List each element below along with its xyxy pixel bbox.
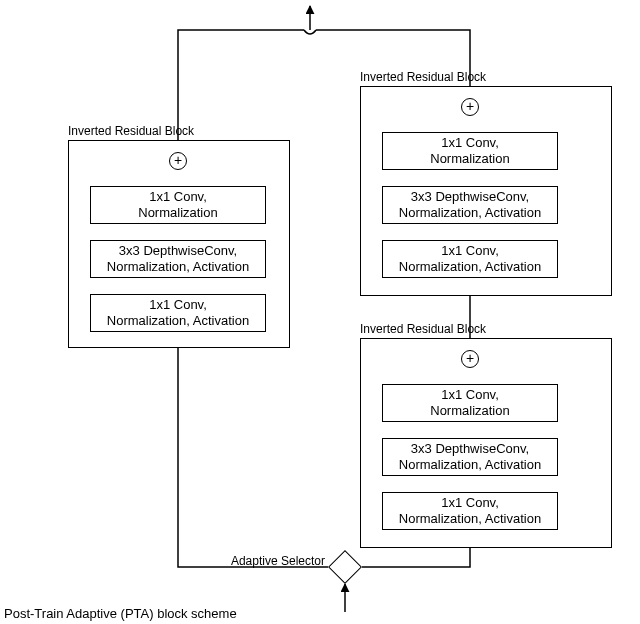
rt-conv1: 1x1 Conv, Normalization, Activation [382,240,558,278]
left-conv1: 1x1 Conv, Normalization, Activation [90,294,266,332]
rt-conv2: 1x1 Conv, Normalization [382,132,558,170]
rb-add-icon: + [461,350,479,368]
rt-dwconv: 3x3 DepthwiseConv, Normalization, Activa… [382,186,558,224]
adaptive-selector-diamond [328,550,362,584]
adaptive-selector-label: Adaptive Selector [210,554,325,568]
left-conv2: 1x1 Conv, Normalization [90,186,266,224]
irb-right-bottom-label: Inverted Residual Block [360,322,486,336]
irb-right-top-label: Inverted Residual Block [360,70,486,84]
rb-conv2: 1x1 Conv, Normalization [382,384,558,422]
diagram-canvas: Inverted Residual Block 1x1 Conv, Normal… [0,0,640,624]
rb-conv1: 1x1 Conv, Normalization, Activation [382,492,558,530]
diagram-caption: Post-Train Adaptive (PTA) block scheme [4,606,237,621]
irb-left-label: Inverted Residual Block [68,124,194,138]
rb-dwconv: 3x3 DepthwiseConv, Normalization, Activa… [382,438,558,476]
left-add-icon: + [169,152,187,170]
rt-add-icon: + [461,98,479,116]
left-dwconv: 3x3 DepthwiseConv, Normalization, Activa… [90,240,266,278]
